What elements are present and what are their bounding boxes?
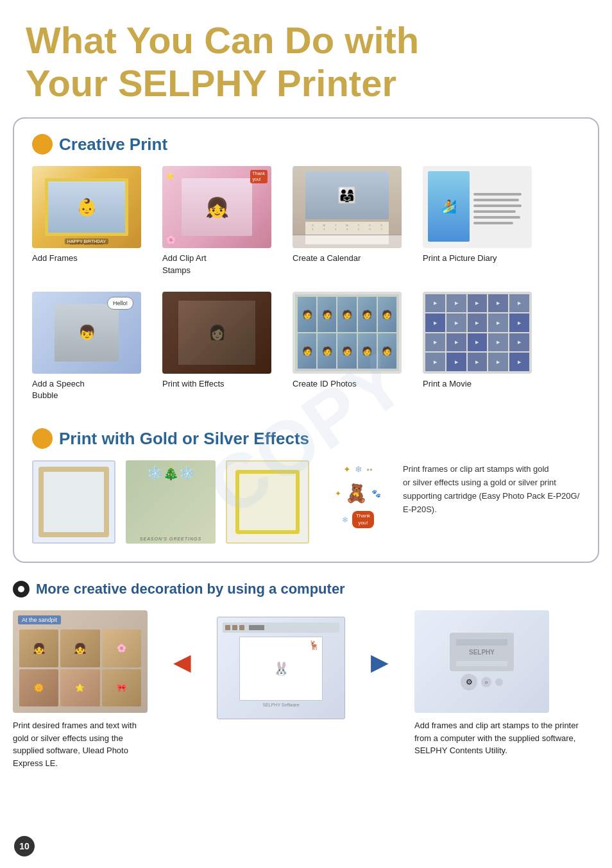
circle-icon: ○ (481, 677, 491, 687)
small-dot-icon (495, 678, 503, 686)
more-dot (13, 581, 30, 597)
gold-frame-2: ❄️🎄❄️ SEASON'S GREETINGS (126, 460, 216, 544)
more-row: At the sandpit 👧 👧 🌸 🌼 ⭐ 🎀 Print desired… (13, 610, 599, 769)
label-diary: Print a Picture Diary (423, 253, 497, 264)
more-header: More creative decoration by using a comp… (13, 581, 599, 597)
item-movie: ▶ ▶ ▶ ▶ ▶ ▶ ▶ ▶ ▶ ▶ ▶ ▶ ▶ ▶ ▶ ▶ ▶ (423, 292, 541, 401)
software-mockup: 🐰 🦌 SELPHY Software (217, 610, 345, 719)
more-desc-1: Print desired frames and text with gold … (13, 719, 148, 769)
item-effects: 👩 Print with Effects (162, 292, 281, 401)
more-section-title: More creative decoration by using a comp… (36, 581, 345, 597)
section-dot-creative (32, 134, 53, 154)
gold-frame-1 (32, 460, 115, 544)
star-icon-1: ✦ (343, 463, 351, 476)
arrow-left-icon: ◀ (173, 649, 191, 676)
img-speech: 👦 Hello! (32, 292, 141, 374)
img-add-frames: 👶 HAPPY BIRTHDAY (32, 166, 141, 248)
more-section: More creative decoration by using a comp… (13, 581, 599, 769)
more-img-1: At the sandpit 👧 👧 🌸 🌼 ⭐ 🎀 (13, 610, 148, 713)
item-idphotos: 🧑 🧑 🧑 🧑 🧑 🧑 🧑 🧑 🧑 🧑 Create ID Photos (293, 292, 411, 401)
img-movie: ▶ ▶ ▶ ▶ ▶ ▶ ▶ ▶ ▶ ▶ ▶ ▶ ▶ ▶ ▶ ▶ ▶ (423, 292, 532, 374)
more-desc-2: Add frames and clip art stamps to the pr… (414, 719, 579, 757)
label-add-clipart: Add Clip ArtStamps (162, 253, 207, 276)
arrow-right-icon: ▶ (371, 649, 389, 676)
img-idphotos: 🧑 🧑 🧑 🧑 🧑 🧑 🧑 🧑 🧑 🧑 (293, 292, 402, 374)
gold-section: Print with Gold or Silver Effects ❄️🎄❄️ … (32, 417, 580, 544)
img-calendar: 👨‍👩‍👧 S M T W T F S 1 2 (293, 166, 402, 248)
creative-row-1: 👶 HAPPY BIRTHDAY Add Frames 👧 Thankyou! … (32, 166, 580, 276)
img-diary: 🏄 (423, 166, 532, 248)
label-add-frames: Add Frames (32, 253, 78, 264)
creative-print-header: Creative Print (32, 134, 580, 154)
item-add-clipart: 👧 Thankyou! 🌸 ⭐ Add Clip ArtStamps (162, 166, 281, 276)
arrow-left: ◀ (173, 610, 191, 676)
gold-section-header: Print with Gold or Silver Effects (32, 428, 580, 449)
more-img-2: SELPHY ⚙ ○ (414, 610, 549, 713)
gold-section-title: Print with Gold or Silver Effects (59, 429, 309, 449)
creative-print-title: Creative Print (59, 135, 167, 154)
page-title: What You Can Do with Your SELPHY Printer (0, 0, 612, 117)
more-item-2: SELPHY ⚙ ○ Add frames and clip art stamp… (414, 610, 579, 757)
section-dot-gold (32, 428, 53, 449)
img-add-clipart: 👧 Thankyou! 🌸 ⭐ (162, 166, 271, 248)
item-calendar: 👨‍👩‍👧 S M T W T F S 1 2 (293, 166, 411, 276)
printer-icon: SELPHY (450, 633, 514, 671)
snowflake-icon-1: ❄ (355, 463, 362, 476)
label-calendar: Create a Calendar (293, 253, 361, 264)
label-speech: Add a SpeechBubble (32, 378, 85, 401)
gold-description-area: ✦ ❄ ●● ✦ 🧸 🐾 ❄ Thankyou! Print frames or… (319, 460, 580, 528)
label-effects: Print with Effects (162, 378, 225, 390)
more-item-1: At the sandpit 👧 👧 🌸 🌼 ⭐ 🎀 Print desired… (13, 610, 148, 769)
gold-row: ❄️🎄❄️ SEASON'S GREETINGS ✦ ❄ ●● ✦ (32, 460, 580, 544)
thank-you-badge: Thankyou! (352, 511, 374, 528)
paw-icon: 🐾 (371, 488, 381, 499)
arrow-right: ▶ (371, 610, 389, 676)
item-add-frames: 👶 HAPPY BIRTHDAY Add Frames (32, 166, 151, 276)
page-number: 10 (14, 836, 35, 856)
star-icon-2: ✦ (335, 488, 341, 499)
gold-description-text: Print frames or clip art stamps with gol… (403, 463, 579, 516)
gold-frame-3 (226, 460, 309, 544)
item-speech: 👦 Hello! Add a SpeechBubble (32, 292, 151, 401)
software-img: 🐰 🦌 SELPHY Software (217, 617, 345, 719)
season-greeting-text: SEASON'S GREETINGS (140, 537, 201, 541)
label-movie: Print a Movie (423, 378, 472, 390)
img-effects: 👩 (162, 292, 271, 374)
more-dot-inner (18, 586, 24, 592)
main-content-box: Creative Print 👶 HAPPY BIRTHDAY Add Fram… (13, 117, 599, 563)
bear-icon: 🧸 (345, 480, 368, 507)
gear-icon: ⚙ (461, 674, 477, 690)
creative-row-2: 👦 Hello! Add a SpeechBubble 👩 Print with… (32, 292, 580, 401)
dot-icon: ●● (366, 466, 373, 474)
more-img-1-label: At the sandpit (18, 615, 61, 624)
label-idphotos: Create ID Photos (293, 378, 357, 390)
snowflake-icon-2: ❄ (342, 514, 348, 526)
item-diary: 🏄 Print a Picture Diary (423, 166, 541, 276)
